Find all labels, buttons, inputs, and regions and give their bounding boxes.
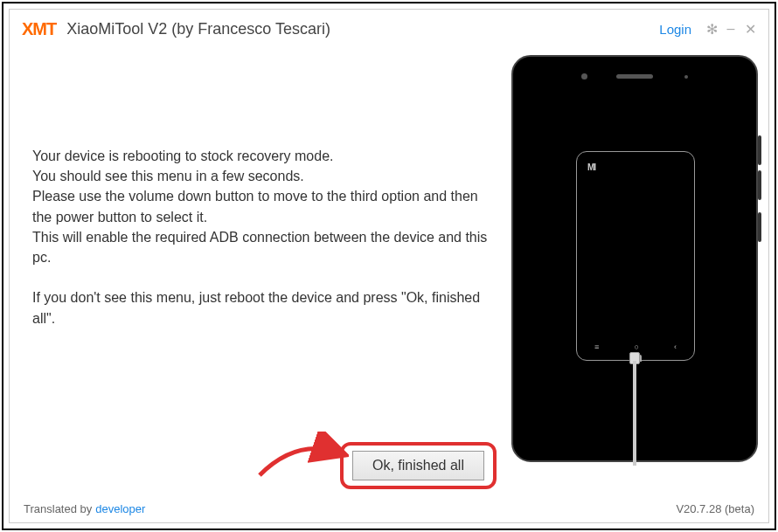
- content-area: Your device is rebooting to stock recove…: [10, 50, 768, 494]
- close-icon[interactable]: ✕: [742, 21, 758, 38]
- ok-finished-button[interactable]: Ok, finished all: [352, 451, 484, 480]
- mi-logo-icon: MI: [587, 162, 595, 172]
- phone-speaker-icon: [616, 74, 653, 79]
- app-frame: XMT XiaoMiTool V2 (by Francesco Tescari)…: [9, 9, 769, 523]
- nav-menu-icon: ≡: [594, 342, 599, 351]
- phone-sensor-icon: [684, 75, 688, 79]
- minimize-icon[interactable]: –: [723, 21, 739, 37]
- login-link[interactable]: Login: [659, 22, 691, 37]
- nav-home-icon: ○: [634, 342, 638, 351]
- recovery-screen-icon: MI ≡ ○ ‹: [576, 151, 695, 361]
- gear-icon[interactable]: ✻: [704, 21, 719, 38]
- device-illustration-pane: MI ≡ ○ ‹: [499, 50, 768, 494]
- nav-bar-icon: ≡ ○ ‹: [577, 342, 694, 351]
- app-window: XMT XiaoMiTool V2 (by Francesco Tescari)…: [2, 2, 776, 530]
- instruction-text: Your device is rebooting to stock recove…: [32, 146, 490, 328]
- footer: Translated by developer V20.7.28 (beta): [10, 494, 768, 522]
- nav-back-icon: ‹: [674, 342, 677, 351]
- annotation-highlight: Ok, finished all: [340, 442, 497, 489]
- translated-by-label: Translated by: [24, 502, 92, 515]
- volume-down-icon: [758, 170, 761, 200]
- volume-up-icon: [758, 135, 761, 165]
- instructions-pane: Your device is rebooting to stock recove…: [10, 50, 499, 494]
- version-label: V20.7.28 (beta): [676, 502, 754, 515]
- usb-cable-icon: [633, 361, 636, 466]
- developer-link[interactable]: developer: [95, 502, 145, 515]
- phone-camera-icon: [581, 73, 587, 79]
- titlebar: XMT XiaoMiTool V2 (by Francesco Tescari)…: [10, 10, 768, 46]
- power-button-icon: [758, 212, 761, 242]
- phone-device-icon: MI ≡ ○ ‹: [511, 55, 758, 462]
- app-logo: XMT: [22, 19, 56, 39]
- app-title: XiaoMiTool V2 (by Francesco Tescari): [66, 20, 330, 38]
